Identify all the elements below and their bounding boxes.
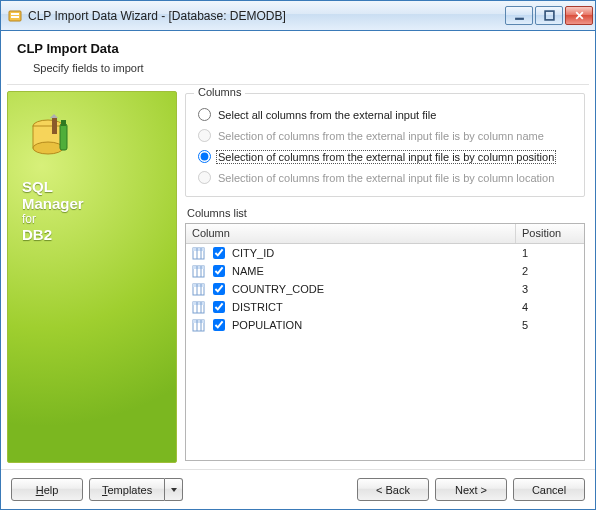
radio-label: Select all columns from the external inp… [217, 109, 437, 121]
radio-by-position[interactable]: Selection of columns from the external i… [198, 150, 572, 163]
svg-rect-16 [193, 266, 204, 269]
help-button[interactable]: Help [11, 478, 83, 501]
grid-header[interactable]: Column Position [186, 224, 584, 244]
page-title: CLP Import Data [17, 41, 581, 56]
column-icon [192, 319, 205, 332]
sidebar-brand-panel: SQL Manager for DB2 [7, 91, 177, 463]
columns-legend: Columns [194, 86, 245, 98]
svg-rect-4 [545, 11, 554, 20]
titlebar[interactable]: CLP Import Data Wizard - [Database: DEMO… [1, 1, 595, 31]
svg-rect-24 [193, 302, 204, 305]
wizard-window: CLP Import Data Wizard - [Database: DEMO… [0, 0, 596, 510]
svg-rect-8 [60, 124, 67, 150]
minimize-button[interactable] [505, 6, 533, 25]
column-icon [192, 283, 205, 296]
column-selection-radios: Select all columns from the external inp… [196, 104, 574, 184]
columns-grid[interactable]: Column Position CITY_ID1NAME2COUNTRY_COD… [185, 223, 585, 461]
row-checkbox[interactable] [213, 283, 225, 295]
product-name: SQL Manager for DB2 [22, 178, 162, 244]
product-line2: Manager [22, 195, 162, 212]
svg-rect-9 [61, 120, 66, 126]
radio-input-by-position[interactable] [198, 150, 211, 163]
column-position: 1 [522, 247, 528, 259]
radio-input-by-location [198, 171, 211, 184]
svg-rect-1 [11, 13, 19, 15]
row-checkbox[interactable] [213, 319, 225, 331]
header-position[interactable]: Position [516, 224, 584, 243]
radio-input-by-name [198, 129, 211, 142]
column-icon [192, 301, 205, 314]
column-name: DISTRICT [232, 301, 283, 313]
table-row[interactable]: COUNTRY_CODE3 [186, 280, 584, 298]
column-icon [192, 247, 205, 260]
column-position: 4 [522, 301, 528, 313]
columns-list-area: Columns list Column Position CITY_ID1NAM… [185, 205, 585, 461]
window-buttons [505, 6, 593, 25]
radio-select-all[interactable]: Select all columns from the external inp… [198, 108, 572, 121]
column-name: POPULATION [232, 319, 302, 331]
radio-input-select-all[interactable] [198, 108, 211, 121]
radio-by-location: Selection of columns from the external i… [198, 171, 572, 184]
svg-rect-20 [193, 284, 204, 287]
radio-label: Selection of columns from the external i… [217, 151, 555, 163]
close-button[interactable] [565, 6, 593, 25]
footer: Help Templates < Back Next > Cancel [1, 469, 595, 509]
row-checkbox[interactable] [213, 265, 225, 277]
radio-label: Selection of columns from the external i… [217, 130, 545, 142]
radio-by-name: Selection of columns from the external i… [198, 129, 572, 142]
columns-list-label: Columns list [187, 207, 585, 219]
row-checkbox[interactable] [213, 247, 225, 259]
column-name: NAME [232, 265, 264, 277]
product-line3: for [22, 213, 162, 227]
app-icon [7, 8, 23, 24]
window-title: CLP Import Data Wizard - [Database: DEMO… [28, 9, 505, 23]
templates-button[interactable]: Templates [89, 478, 165, 501]
table-row[interactable]: CITY_ID1 [186, 244, 584, 262]
main-area: Columns Select all columns from the exte… [183, 91, 589, 463]
cancel-button[interactable]: Cancel [513, 478, 585, 501]
next-button[interactable]: Next > [435, 478, 507, 501]
header-column[interactable]: Column [186, 224, 516, 243]
content-area: SQL Manager for DB2 Columns Select all c… [1, 85, 595, 469]
product-line4: DB2 [22, 226, 162, 243]
column-position: 2 [522, 265, 528, 277]
svg-rect-2 [11, 16, 19, 18]
column-icon [192, 265, 205, 278]
column-position: 5 [522, 319, 528, 331]
table-row[interactable]: DISTRICT4 [186, 298, 584, 316]
page-subtitle: Specify fields to import [33, 62, 581, 74]
chevron-down-icon [170, 486, 178, 494]
templates-dropdown-button[interactable] [165, 478, 183, 501]
column-position: 3 [522, 283, 528, 295]
svg-rect-28 [193, 320, 204, 323]
svg-rect-10 [52, 118, 57, 134]
wizard-header: CLP Import Data Specify fields to import [1, 31, 595, 84]
column-name: COUNTRY_CODE [232, 283, 324, 295]
back-button[interactable]: < Back [357, 478, 429, 501]
templates-button-group: Templates [89, 478, 183, 501]
maximize-button[interactable] [535, 6, 563, 25]
grid-body[interactable]: CITY_ID1NAME2COUNTRY_CODE3DISTRICT4POPUL… [186, 244, 584, 460]
table-row[interactable]: POPULATION5 [186, 316, 584, 334]
product-line1: SQL [22, 178, 162, 195]
table-row[interactable]: NAME2 [186, 262, 584, 280]
svg-rect-12 [193, 248, 204, 251]
column-name: CITY_ID [232, 247, 274, 259]
columns-groupbox: Columns Select all columns from the exte… [185, 93, 585, 197]
svg-rect-3 [515, 18, 524, 20]
product-logo-icon [28, 112, 80, 164]
row-checkbox[interactable] [213, 301, 225, 313]
svg-point-7 [33, 142, 63, 154]
radio-label: Selection of columns from the external i… [217, 172, 555, 184]
